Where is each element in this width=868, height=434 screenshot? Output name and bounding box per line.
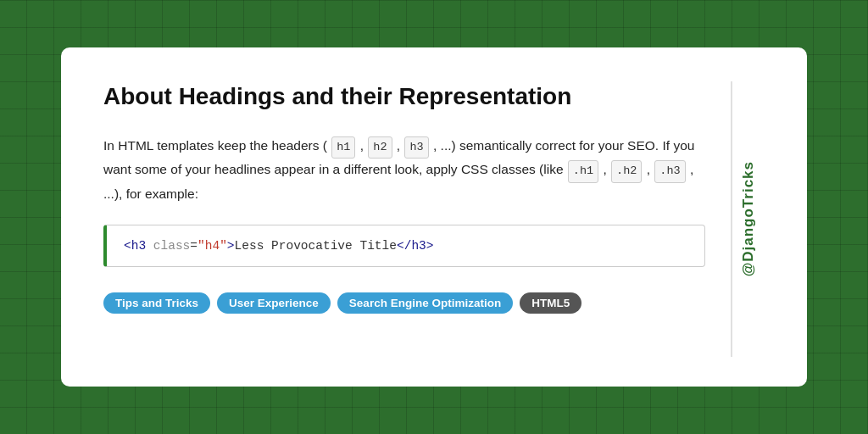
code-example-text: <h3 class="h4">Less Provocative Title</h… (124, 239, 687, 253)
code-h3: h3 (404, 136, 428, 159)
code-class-h2: .h2 (611, 160, 642, 182)
code-h2: h2 (368, 136, 392, 159)
code-class-h1: .h1 (568, 160, 598, 182)
card-sidebar: @DjangoTricks (731, 81, 765, 357)
card-content: About Headings and their Representation … (103, 81, 722, 357)
tags-container: Tips and Tricks User Experience Search E… (103, 292, 705, 314)
code-h1: h1 (331, 136, 355, 159)
code-example-block: <h3 class="h4">Less Provocative Title</h… (103, 225, 705, 267)
tag-seo[interactable]: Search Engine Optimization (337, 292, 513, 314)
brand-label: @DjangoTricks (740, 161, 757, 276)
main-card: About Headings and their Representation … (61, 47, 807, 387)
tag-tips-and-tricks[interactable]: Tips and Tricks (103, 292, 210, 314)
code-class-h3: .h3 (654, 160, 685, 182)
tag-html5[interactable]: HTML5 (520, 292, 581, 314)
article-title: About Headings and their Representation (103, 81, 705, 111)
article-description: In HTML templates keep the headers ( h1 … (103, 135, 705, 204)
tag-user-experience[interactable]: User Experience (217, 292, 331, 314)
